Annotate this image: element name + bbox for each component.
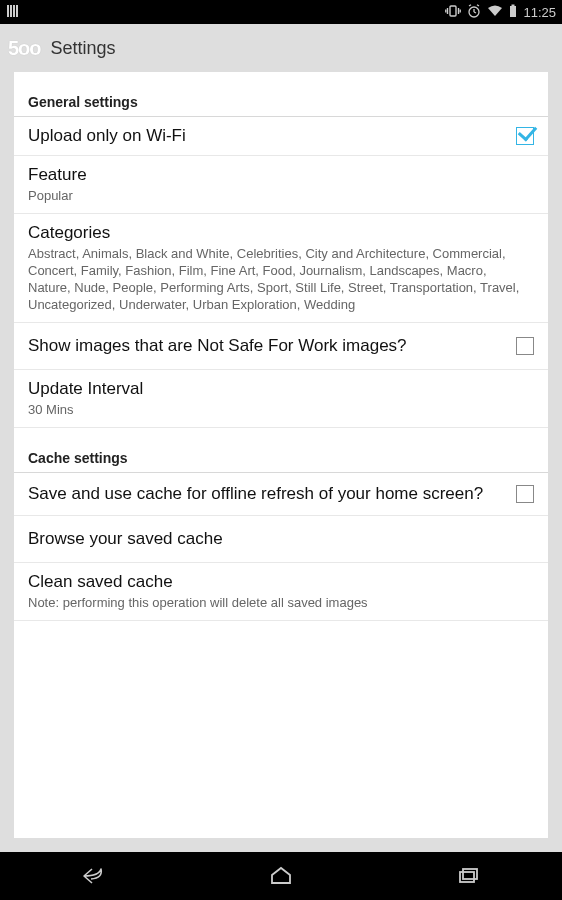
status-time: 11:25 <box>523 5 556 20</box>
action-bar: 5oo Settings <box>0 24 562 72</box>
vibrate-icon <box>445 4 461 21</box>
checkbox-nsfw[interactable] <box>516 337 534 355</box>
section-header-general: General settings <box>14 72 548 117</box>
notification-icon <box>6 4 20 21</box>
wifi-icon <box>487 5 503 20</box>
svg-rect-2 <box>13 5 15 17</box>
svg-rect-1 <box>10 5 12 17</box>
svg-rect-4 <box>450 6 456 16</box>
pref-cache-browse[interactable]: Browse your saved cache <box>14 516 548 563</box>
pref-update-interval[interactable]: Update Interval 30 Mins <box>14 370 548 428</box>
svg-rect-0 <box>7 5 9 17</box>
page-title: Settings <box>51 38 116 59</box>
svg-line-12 <box>469 4 471 5</box>
nav-bar <box>0 852 562 900</box>
pref-title: Feature <box>28 164 526 186</box>
status-bar: 11:25 <box>0 0 562 24</box>
pref-title: Browse your saved cache <box>28 528 526 550</box>
alarm-icon <box>467 4 481 21</box>
section-header-cache: Cache settings <box>14 428 548 473</box>
settings-list: General settings Upload only on Wi-Fi Fe… <box>14 72 548 838</box>
pref-title: Update Interval <box>28 378 526 400</box>
pref-title: Clean saved cache <box>28 571 526 593</box>
svg-line-13 <box>477 4 479 5</box>
app-chrome: 5oo Settings General settings Upload onl… <box>0 24 562 852</box>
pref-title: Save and use cache for offline refresh o… <box>28 483 508 505</box>
svg-rect-14 <box>510 6 516 17</box>
checkbox-cache-save[interactable] <box>516 485 534 503</box>
pref-cache-save[interactable]: Save and use cache for offline refresh o… <box>14 473 548 516</box>
app-logo: 5oo <box>8 37 41 60</box>
pref-feature[interactable]: Feature Popular <box>14 156 548 214</box>
checkbox-upload-wifi[interactable] <box>516 127 534 145</box>
svg-rect-3 <box>16 5 18 17</box>
recent-apps-button[interactable] <box>438 852 498 900</box>
pref-title: Categories <box>28 222 526 244</box>
svg-rect-15 <box>512 4 515 6</box>
pref-summary: Abstract, Animals, Black and White, Cele… <box>28 246 526 314</box>
battery-icon <box>509 4 517 21</box>
pref-title: Upload only on Wi-Fi <box>28 125 508 147</box>
pref-summary: 30 Mins <box>28 402 526 419</box>
pref-summary: Popular <box>28 188 526 205</box>
home-button[interactable] <box>251 852 311 900</box>
pref-cache-clean[interactable]: Clean saved cache Note: performing this … <box>14 563 548 621</box>
back-button[interactable] <box>64 852 124 900</box>
svg-line-11 <box>474 12 476 13</box>
pref-upload-wifi[interactable]: Upload only on Wi-Fi <box>14 117 548 156</box>
pref-nsfw[interactable]: Show images that are Not Safe For Work i… <box>14 323 548 370</box>
pref-summary: Note: performing this operation will del… <box>28 595 526 612</box>
pref-categories[interactable]: Categories Abstract, Animals, Black and … <box>14 214 548 323</box>
pref-title: Show images that are Not Safe For Work i… <box>28 335 508 357</box>
